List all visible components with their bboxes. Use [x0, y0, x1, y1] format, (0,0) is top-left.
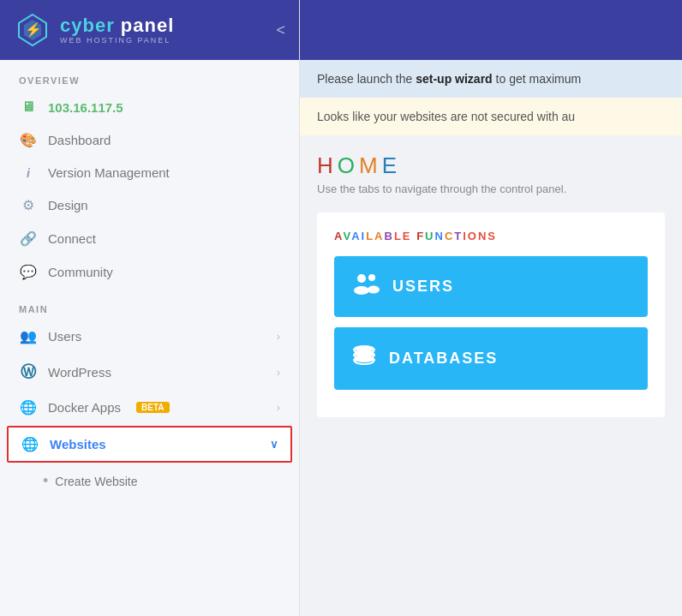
svg-point-4	[357, 274, 366, 283]
functions-title: AVAILABLE FUNCTIONS	[334, 230, 648, 242]
databases-btn-label: DATABASES	[389, 350, 498, 368]
databases-function-button[interactable]: DATABASES	[334, 327, 648, 390]
functions-card: AVAILABLE FUNCTIONS USERS	[317, 212, 665, 417]
websites-label: Websites	[50, 437, 106, 452]
sidebar-subitem-create-website[interactable]: • Create Website	[0, 464, 299, 498]
create-website-label: Create Website	[55, 475, 137, 488]
docker-icon: 🌐	[19, 399, 38, 416]
users-func-icon	[351, 272, 380, 302]
sidebar-item-ip[interactable]: 🖥 103.16.117.5	[0, 91, 299, 123]
banner-blue-text: Please launch the	[317, 72, 416, 86]
main-content: Please launch the set-up wizard to get m…	[300, 0, 682, 616]
main-label: MAIN	[0, 289, 299, 320]
bullet-icon: •	[43, 472, 48, 490]
home-subtitle: Use the tabs to navigate through the con…	[317, 182, 665, 195]
docker-apps-label: Docker Apps	[48, 400, 121, 415]
sidebar-item-dashboard[interactable]: 🎨 Dashboard	[0, 123, 299, 157]
docker-arrow-icon: ›	[277, 401, 280, 414]
banner-blue-suffix: to get maximum	[493, 72, 581, 86]
sidebar-item-websites[interactable]: 🌐 Websites ∨	[7, 426, 292, 463]
svg-point-10	[354, 356, 374, 362]
design-label: Design	[48, 198, 88, 212]
main-topbar	[300, 0, 682, 60]
wordpress-arrow-icon: ›	[277, 366, 280, 379]
users-function-button[interactable]: USERS	[334, 256, 648, 317]
users-icon: 👥	[19, 328, 38, 344]
ip-address-label: 103.16.117.5	[48, 100, 123, 115]
banner-setup: Please launch the set-up wizard to get m…	[300, 60, 682, 98]
sidebar-header: ⚡ cyber panel WEB HOSTING PANEL <	[0, 0, 299, 60]
banner-ssl: Looks like your websites are not secured…	[300, 98, 682, 135]
websites-icon: 🌐	[21, 436, 39, 452]
svg-point-7	[368, 286, 380, 294]
brand-name: cyber panel	[60, 15, 174, 36]
sidebar-item-design[interactable]: ⚙ Design	[0, 188, 299, 222]
overview-label: OVERVIEW	[0, 60, 299, 91]
sidebar-item-users[interactable]: 👥 Users ›	[0, 320, 299, 353]
sidebar-item-version-management[interactable]: i Version Management	[0, 157, 299, 188]
home-title-text: HOME	[317, 153, 401, 178]
svg-text:⚡: ⚡	[25, 21, 42, 38]
home-section: HOME Use the tabs to navigate through th…	[300, 135, 682, 204]
sidebar-item-wordpress[interactable]: Ⓦ WordPress ›	[0, 353, 299, 391]
dashboard-icon: 🎨	[19, 132, 38, 148]
collapse-button[interactable]: <	[276, 21, 285, 39]
databases-func-icon	[351, 343, 377, 374]
sidebar-item-docker-apps[interactable]: 🌐 Docker Apps BETA ›	[0, 391, 299, 424]
gear-icon: ⚙	[19, 197, 38, 213]
beta-badge: BETA	[136, 402, 169, 413]
svg-point-6	[368, 274, 375, 281]
brand-sub: WEB HOSTING PANEL	[60, 36, 174, 45]
banner-yellow-text: Looks like your websites are not secured…	[317, 110, 575, 123]
connect-label: Connect	[48, 231, 96, 246]
community-label: Community	[48, 265, 113, 279]
dashboard-label: Dashboard	[48, 133, 111, 147]
logo-icon: ⚡	[14, 11, 51, 49]
users-label: Users	[48, 329, 81, 344]
monitor-icon: 🖥	[19, 99, 38, 115]
users-arrow-icon: ›	[277, 330, 280, 343]
logo-text: cyber panel WEB HOSTING PANEL	[60, 15, 174, 45]
banner-blue-bold: set-up wizard	[416, 72, 492, 86]
sidebar-item-connect[interactable]: 🔗 Connect	[0, 222, 299, 255]
info-icon: i	[19, 166, 38, 180]
home-title: HOME	[317, 153, 665, 179]
users-btn-label: USERS	[392, 278, 454, 296]
wordpress-label: WordPress	[48, 365, 111, 380]
version-management-label: Version Management	[48, 165, 170, 180]
sidebar: ⚡ cyber panel WEB HOSTING PANEL < OVERVI…	[0, 0, 300, 616]
link-icon: 🔗	[19, 230, 38, 247]
sidebar-item-community[interactable]: 💬 Community	[0, 255, 299, 289]
community-icon: 💬	[19, 264, 38, 280]
svg-point-5	[354, 286, 369, 295]
wordpress-icon: Ⓦ	[19, 362, 38, 382]
websites-arrow-icon: ∨	[270, 438, 278, 451]
